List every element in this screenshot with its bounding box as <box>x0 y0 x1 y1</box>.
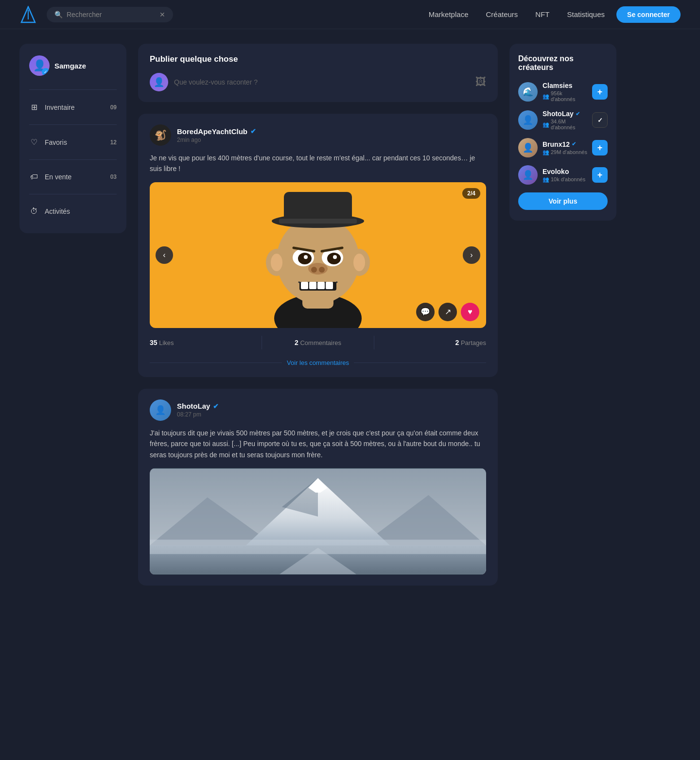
activites-icon: ⏱ <box>29 207 39 216</box>
brunx-verified-icon: ✔ <box>572 141 576 147</box>
image-upload-icon[interactable]: 🖼 <box>475 76 486 88</box>
post-author-2: ShotoLay ✔ <box>177 402 219 410</box>
post-card-2: 👤 ShotoLay ✔ 08:27 pm J'ai toujours dit … <box>138 389 498 586</box>
svg-rect-21 <box>301 282 308 289</box>
publish-placeholder[interactable]: Que voulez-vous raconter ? <box>174 78 470 86</box>
post-card-1: 🐒 BoredApeYachtClub ✔ 2min ago Je ne vis… <box>138 114 498 377</box>
verified-icon-2: ✔ <box>213 402 219 410</box>
post-time-2: 08:27 pm <box>177 411 219 418</box>
creator-followers-shotolay: 👥 34.6M d'abonnés <box>542 119 587 130</box>
sidebar-divider <box>29 89 117 90</box>
comments-count: 2 <box>295 339 298 346</box>
logo <box>19 6 37 23</box>
follow-clamsies-button[interactable]: + <box>592 84 608 100</box>
view-comments-button[interactable]: Voir les commentaires <box>150 356 486 366</box>
connect-button[interactable]: Se connecter <box>616 6 681 23</box>
creators-title: Découvrez nos créateurs <box>518 54 608 72</box>
creator-item-evoloko: 👤 Evoloko 👥 10k d'abonnés + <box>518 165 608 185</box>
creator-info-shotolay: ShotoLay ✔ 👥 34.6M d'abonnés <box>542 110 587 130</box>
divider-2 <box>29 159 117 160</box>
comments-stat: 2 Commentaires <box>262 336 374 349</box>
see-more-creators-button[interactable]: Voir plus <box>518 192 608 210</box>
nav-links: Marketplace Créateurs NFT Statistiques <box>429 10 605 18</box>
post-image-1: 2/4 ‹ › 💬 ↗ ♥ <box>150 182 486 328</box>
next-image-button[interactable]: › <box>463 246 480 264</box>
image-counter-1: 2/4 <box>462 188 480 199</box>
nav-marketplace[interactable]: Marketplace <box>429 10 469 18</box>
svg-point-18 <box>311 267 317 273</box>
follow-brunx-button[interactable]: + <box>592 140 608 155</box>
publish-avatar: 👤 <box>150 73 168 91</box>
like-action-button[interactable]: ♥ <box>461 303 479 321</box>
creator-avatar-clamsies: 🌊 <box>518 82 538 102</box>
follow-shotolay-button[interactable] <box>592 112 608 128</box>
divider-1 <box>29 124 117 125</box>
creator-item-clamsies: 🌊 Clamsies 👥 956k d'abonnés + <box>518 82 608 102</box>
publish-title: Publier quelque chose <box>150 54 486 64</box>
svg-point-27 <box>271 254 282 271</box>
post-avatar-shotolay: 👤 <box>150 399 171 421</box>
creators-box: Découvrez nos créateurs 🌊 Clamsies 👥 956… <box>509 44 616 221</box>
nav-creators[interactable]: Créateurs <box>486 10 518 18</box>
shares-count: 2 <box>455 339 459 346</box>
user-avatar: 👤 ✓ <box>29 55 50 76</box>
navbar: 🔍 ✕ Marketplace Créateurs NFT Statistiqu… <box>0 0 700 29</box>
follow-evoloko-button[interactable]: + <box>592 167 608 183</box>
divider-3 <box>29 194 117 194</box>
svg-point-28 <box>353 254 365 271</box>
comment-action-button[interactable]: 💬 <box>416 303 435 321</box>
creator-item-brunx: 👤 Brunx12 ✔ 👥 29M d'abonnés + <box>518 138 608 157</box>
post-avatar-bayc: 🐒 <box>150 124 171 146</box>
prev-image-button[interactable]: ‹ <box>156 246 173 264</box>
creator-avatar-evoloko: 👤 <box>518 165 538 185</box>
en-vente-label: En vente <box>45 173 71 181</box>
creator-name-shotolay: ShotoLay ✔ <box>542 110 587 118</box>
post-time-1: 2min ago <box>177 137 256 143</box>
en-vente-icon: 🏷 <box>29 173 39 181</box>
inventaire-label: Inventaire <box>45 104 74 111</box>
sidebar-item-activites[interactable]: ⏱ Activités <box>29 201 117 222</box>
sidebar-item-inventaire[interactable]: ⊞ Inventaire 09 <box>29 97 117 118</box>
sidebar-item-en-vente[interactable]: 🏷 En vente 03 <box>29 167 117 187</box>
post-image-2 <box>150 468 486 575</box>
nav-stats[interactable]: Statistiques <box>567 10 605 18</box>
creator-info-clamsies: Clamsies 👥 956k d'abonnés <box>542 82 587 102</box>
nav-nft[interactable]: NFT <box>535 10 549 18</box>
svg-point-13 <box>304 255 308 259</box>
favoris-icon: ♡ <box>29 138 39 147</box>
sidebar-item-favoris[interactable]: ♡ Favoris 12 <box>29 132 117 153</box>
favoris-label: Favoris <box>45 138 67 146</box>
svg-point-17 <box>308 263 328 275</box>
search-input[interactable] <box>67 11 156 18</box>
creator-name-clamsies: Clamsies <box>542 82 587 89</box>
creator-followers-brunx: 👥 29M d'abonnés <box>542 149 587 155</box>
svg-rect-23 <box>317 282 325 289</box>
svg-point-14 <box>333 255 337 259</box>
inventaire-count: 09 <box>110 104 117 111</box>
verified-badge: ✓ <box>42 68 50 76</box>
sidebar-profile: 👤 ✓ Samgaze <box>29 55 117 76</box>
shotolay-verified-icon: ✔ <box>576 111 580 117</box>
svg-rect-24 <box>326 282 333 289</box>
inventaire-icon: ⊞ <box>29 103 39 112</box>
activites-label: Activités <box>45 207 70 215</box>
clear-search-icon[interactable]: ✕ <box>159 11 165 18</box>
creator-avatar-brunx: 👤 <box>518 138 538 157</box>
search-bar[interactable]: 🔍 ✕ <box>47 7 173 22</box>
publish-box: Publier quelque chose 👤 Que voulez-vous … <box>138 44 498 102</box>
en-vente-count: 03 <box>110 173 117 180</box>
verified-icon-1: ✔ <box>250 127 256 135</box>
sidebar-username: Samgaze <box>54 62 86 70</box>
likes-count: 35 <box>150 339 158 346</box>
creator-item-shotolay: 👤 ShotoLay ✔ 👥 34.6M d'abonnés <box>518 110 608 130</box>
share-action-button[interactable]: ↗ <box>438 303 457 321</box>
creator-followers-evoloko: 👥 10k d'abonnés <box>542 176 587 183</box>
post-stats-1: 35 Likes 2 Commentaires 2 Partages <box>150 336 486 349</box>
creator-info-evoloko: Evoloko 👥 10k d'abonnés <box>542 168 587 183</box>
shares-stat: 2 Partages <box>374 336 486 349</box>
left-sidebar: 👤 ✓ Samgaze ⊞ Inventaire 09 ♡ Favoris 12… <box>19 44 126 233</box>
likes-stat: 35 Likes <box>150 336 262 349</box>
creator-followers-clamsies: 👥 956k d'abonnés <box>542 90 587 102</box>
post-text-1: Je ne vis que pour les 400 mètres d'une … <box>150 153 486 174</box>
post-header-2: 👤 ShotoLay ✔ 08:27 pm <box>150 399 486 421</box>
